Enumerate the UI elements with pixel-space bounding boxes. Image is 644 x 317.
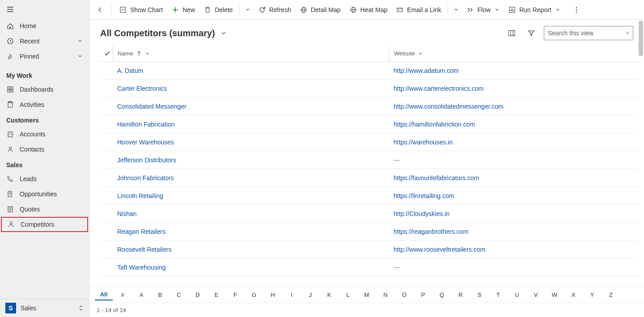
person-icon — [6, 145, 14, 153]
competitor-name-link[interactable]: Nishan — [117, 210, 137, 217]
competitor-name-link[interactable]: Reagan Retailers — [117, 228, 165, 235]
search-input[interactable] — [548, 30, 626, 37]
view-selector-chevron[interactable] — [220, 30, 227, 36]
table-row[interactable]: Hoover Warehouseshttps://warehouses.in — [99, 133, 639, 151]
nav-leads[interactable]: Leads — [0, 171, 89, 186]
filter-button[interactable] — [524, 26, 538, 40]
nav-activities[interactable]: Activities — [0, 97, 89, 112]
alpha-all[interactable]: All — [95, 289, 113, 300]
cmd-detail-map[interactable]: Detail Map — [296, 4, 345, 16]
competitor-name-link[interactable]: Hamilton Fabrication — [117, 121, 174, 128]
competitor-name-link[interactable]: Taft Warehousing — [117, 264, 165, 271]
search-box[interactable] — [544, 26, 633, 40]
alpha-m[interactable]: M — [358, 290, 376, 300]
website-link[interactable]: http://www.consolidatedmessenger.com — [394, 103, 504, 110]
alpha-y[interactable]: Y — [583, 290, 601, 300]
table-row[interactable]: Carter Electronicshttp://www.carterelect… — [99, 80, 639, 97]
column-header-website[interactable]: Website — [389, 46, 639, 61]
competitor-name-link[interactable]: Lincoln Retailing — [117, 192, 163, 199]
website-link[interactable]: https://warehouses.in — [394, 139, 453, 146]
alpha-k[interactable]: K — [320, 290, 338, 300]
alpha-d[interactable]: D — [189, 290, 207, 300]
nav-home[interactable]: Home — [0, 18, 89, 34]
table-row[interactable]: Johnson Fabricatorshttps://favouritefabr… — [99, 169, 639, 187]
cmd-new[interactable]: New — [167, 4, 199, 16]
cmd-email-a-link[interactable]: Email a Link — [392, 4, 445, 16]
nav-opportunities[interactable]: Opportunities — [0, 186, 89, 202]
table-row[interactable]: Taft Warehousing--- — [99, 258, 639, 276]
hamburger-menu[interactable] — [6, 5, 14, 13]
nav-quotes[interactable]: Quotes — [0, 202, 89, 217]
competitor-name-link[interactable]: A. Datum — [117, 67, 143, 74]
table-row[interactable]: Reagan Retailershttps://reaganbrothers.c… — [99, 223, 639, 241]
competitor-name-link[interactable]: Hoover Warehouses — [117, 139, 174, 146]
table-row[interactable]: Lincoln Retailinghttps://linretailing.co… — [99, 187, 639, 205]
alpha-o[interactable]: O — [395, 290, 413, 300]
alpha-r[interactable]: R — [452, 290, 470, 300]
website-link[interactable]: http://www.adatum.com — [394, 67, 459, 74]
back-button[interactable] — [93, 3, 107, 17]
phone-icon — [6, 175, 14, 183]
alpha-a[interactable]: A — [132, 290, 150, 300]
competitor-name-link[interactable]: Johnson Fabricators — [117, 174, 174, 182]
cmd-heat-map[interactable]: Heat Map — [345, 4, 392, 16]
edit-columns-button[interactable] — [504, 26, 519, 40]
alpha-u[interactable]: U — [508, 290, 526, 300]
alpha-g[interactable]: G — [245, 290, 263, 300]
table-row[interactable]: Consolidated Messengerhttp://www.consoli… — [99, 97, 639, 115]
website-link[interactable]: https://favouritefabricators.com — [394, 174, 479, 182]
alpha-#[interactable]: # — [114, 290, 131, 300]
website-link[interactable]: https://hamiltonfabriction.com — [394, 121, 475, 128]
cmd-delete[interactable]: Delete — [199, 4, 237, 16]
cmd-delete-split[interactable] — [242, 4, 254, 15]
nav-recent[interactable]: Recent — [0, 34, 89, 49]
alpha-q[interactable]: Q — [433, 290, 451, 300]
table-row[interactable]: A. Datumhttp://www.adatum.com — [99, 62, 639, 80]
table-row[interactable]: Nishanhttp://Cloudyskies.in — [99, 205, 639, 223]
view-title[interactable]: All Competitors (summary) — [100, 28, 215, 38]
alpha-p[interactable]: P — [414, 290, 432, 300]
nav-contacts[interactable]: Contacts — [0, 142, 89, 157]
cmd-show-chart[interactable]: Show Chart — [115, 4, 167, 16]
alpha-t[interactable]: T — [489, 290, 507, 300]
column-header-name[interactable]: Name — [113, 46, 389, 61]
nav-dashboards[interactable]: Dashboards — [0, 82, 89, 97]
svg-rect-7 — [8, 132, 13, 137]
alpha-v[interactable]: V — [527, 290, 545, 300]
alpha-i[interactable]: I — [283, 290, 301, 300]
website-link[interactable]: https://linretailing.com — [394, 192, 454, 199]
alpha-b[interactable]: B — [151, 290, 169, 300]
competitor-name-link[interactable]: Roosevelt Retailers — [117, 246, 171, 253]
alpha-l[interactable]: L — [339, 290, 357, 300]
cmd-run-report[interactable]: Run Report — [504, 4, 565, 16]
cmd-email-a-link-split[interactable] — [450, 4, 462, 15]
alpha-x[interactable]: X — [564, 290, 582, 300]
alpha-z[interactable]: Z — [602, 290, 620, 300]
alpha-s[interactable]: S — [470, 290, 488, 300]
alpha-e[interactable]: E — [208, 290, 225, 300]
nav-competitors[interactable]: Competitors — [1, 217, 88, 232]
alpha-f[interactable]: F — [226, 290, 244, 300]
website-link[interactable]: http://www.rooseveltretailers.com — [394, 246, 485, 253]
cmd-refresh[interactable]: Refresh — [254, 4, 296, 16]
select-all-checkbox[interactable] — [102, 51, 113, 57]
alpha-c[interactable]: C — [170, 290, 188, 300]
website-link[interactable]: https://reaganbrothers.com — [394, 228, 468, 235]
website-link[interactable]: http://www.carterelectronics.com — [394, 85, 484, 92]
table-row[interactable]: Roosevelt Retailershttp://www.rooseveltr… — [99, 241, 639, 258]
competitor-name-link[interactable]: Consolidated Messenger — [117, 103, 186, 110]
nav-pinned[interactable]: Pinned — [0, 49, 89, 64]
alpha-h[interactable]: H — [264, 290, 282, 300]
table-row[interactable]: Jefferson Distributors--- — [99, 151, 639, 169]
cmd-flow[interactable]: Flow — [462, 4, 504, 16]
overflow-button[interactable] — [568, 4, 585, 16]
alpha-j[interactable]: J — [301, 290, 319, 300]
competitor-name-link[interactable]: Carter Electronics — [117, 85, 167, 92]
competitor-name-link[interactable]: Jefferson Distributors — [117, 156, 176, 164]
table-row[interactable]: Hamilton Fabricationhttps://hamiltonfabr… — [99, 115, 639, 133]
website-link[interactable]: http://Cloudyskies.in — [394, 210, 449, 217]
alpha-w[interactable]: W — [546, 290, 564, 300]
app-switcher[interactable]: S Sales — [0, 299, 89, 317]
nav-accounts[interactable]: Accounts — [0, 127, 89, 142]
alpha-n[interactable]: N — [377, 290, 394, 300]
